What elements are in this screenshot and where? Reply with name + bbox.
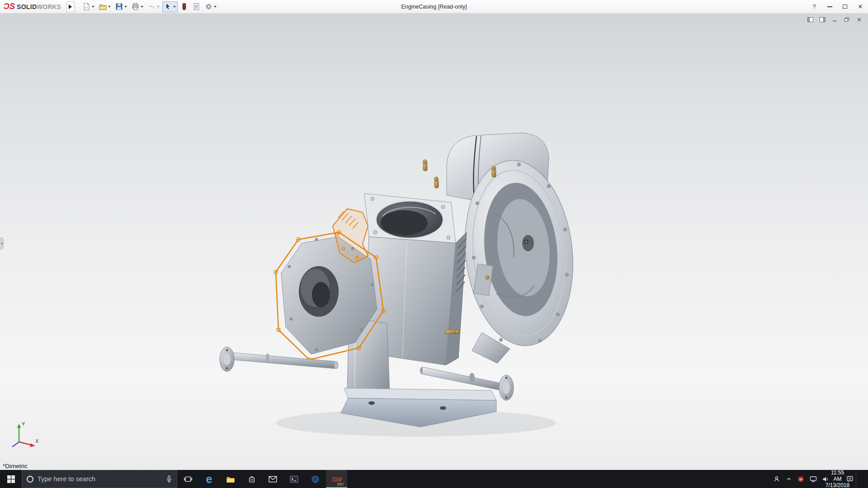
task-view-button[interactable]: [177, 470, 198, 488]
command-prompt-icon: [290, 475, 298, 483]
display-pane-left-icon: [807, 17, 813, 22]
file-properties-button[interactable]: [191, 1, 202, 12]
child-close-button[interactable]: [854, 16, 863, 23]
dropdown-caret-icon[interactable]: [92, 6, 94, 8]
graphics-viewport[interactable]: Y X *Dimetric: [0, 14, 868, 470]
child-restore-icon: [844, 17, 849, 22]
action-center-icon: [846, 475, 854, 483]
display-pane-right-button[interactable]: [818, 16, 827, 23]
undo-button[interactable]: [146, 1, 161, 12]
people-tray-button[interactable]: [770, 470, 783, 488]
dropdown-caret-icon[interactable]: [124, 6, 127, 8]
new-document-button[interactable]: [81, 1, 96, 12]
taskbar-mail-button[interactable]: [262, 470, 283, 488]
menu-flyout-button[interactable]: [66, 1, 75, 12]
solidworks-titlebar: ϽS SOLIDWORKS: [0, 0, 868, 14]
taskbar-search-box[interactable]: [22, 470, 177, 488]
select-tool-button[interactable]: [162, 1, 178, 12]
open-button[interactable]: [97, 1, 113, 12]
chevron-up-icon: [786, 476, 792, 482]
minimize-button[interactable]: [822, 0, 837, 13]
close-button[interactable]: ✕: [853, 0, 868, 13]
display-pane-right-icon: [820, 17, 826, 22]
clock-time: 11:55 AM: [831, 469, 844, 482]
windows-logo-icon: [7, 475, 15, 483]
store-bag-icon: [248, 475, 256, 483]
y-axis-label: Y: [22, 421, 25, 427]
taskbar-store-button[interactable]: [241, 470, 262, 488]
taskbar-edge-button[interactable]: e: [198, 470, 220, 488]
network-tray-button[interactable]: [807, 470, 819, 488]
windows-taskbar: e: [0, 470, 868, 488]
new-document-icon: [83, 3, 90, 10]
dropdown-caret-icon[interactable]: [157, 6, 160, 8]
orientation-triad: Y X: [5, 419, 43, 455]
help-icon: ?: [812, 3, 816, 10]
taskbar-terminal-button[interactable]: [283, 470, 305, 488]
display-pane-left-button[interactable]: [806, 16, 815, 23]
security-shield-icon: [797, 476, 804, 483]
cortana-icon: [27, 476, 33, 483]
base-hole: [368, 401, 375, 405]
child-restore-button[interactable]: [842, 16, 851, 23]
mail-envelope-icon: [269, 476, 277, 483]
dropdown-caret-icon[interactable]: [108, 6, 111, 8]
rebuild-traffic-light-icon: [180, 3, 188, 10]
document-title: EngineCasing [Read-only]: [401, 4, 467, 10]
knob: [525, 241, 527, 243]
file-properties-icon: [193, 3, 200, 10]
quick-access-toolbar: [81, 1, 218, 12]
panel-flyout-handle[interactable]: [0, 238, 4, 249]
solidworks-year-label: 2017: [337, 483, 344, 486]
print-icon: [132, 3, 139, 10]
edge-icon: e: [206, 474, 212, 485]
close-icon: ✕: [858, 3, 863, 10]
dropdown-caret-icon[interactable]: [214, 6, 217, 8]
system-tray: 11:55 AM 7/13/2018: [770, 470, 868, 488]
rebuild-button[interactable]: [179, 1, 190, 12]
search-input[interactable]: [38, 475, 162, 483]
flyout-handle-dot-icon: [1, 243, 3, 244]
dropdown-caret-icon[interactable]: [173, 6, 176, 8]
help-button[interactable]: ?: [807, 0, 822, 13]
z-axis-arrow-icon: [12, 442, 19, 447]
base-hole: [440, 406, 446, 410]
start-button[interactable]: [0, 470, 22, 488]
task-view-icon: [184, 476, 192, 483]
solidworks-logo: ϽS SOLIDWORKS: [0, 2, 66, 11]
show-hidden-icons-button[interactable]: [783, 470, 795, 488]
view-orientation-label: *Dimetric: [3, 463, 28, 469]
child-minimize-button[interactable]: [830, 16, 839, 23]
engine-casing-3d-model[interactable]: [0, 14, 868, 470]
document-window-controls: [806, 16, 863, 23]
taskbar-clock[interactable]: 11:55 AM 7/13/2018: [831, 470, 844, 488]
action-center-button[interactable]: [844, 470, 856, 488]
save-icon: [115, 3, 123, 10]
flyout-arrow-icon: [69, 5, 72, 9]
logo-text-solid: SOLID: [17, 3, 37, 10]
options-button[interactable]: [203, 1, 218, 12]
show-desktop-button[interactable]: [856, 470, 868, 488]
select-cursor-icon: [164, 3, 172, 10]
maximize-button[interactable]: [837, 0, 853, 13]
taskbar-spacer: [347, 470, 770, 488]
x-axis-label: X: [35, 438, 39, 444]
child-close-icon: [857, 17, 862, 22]
network-icon: [810, 476, 817, 483]
undo-icon: [148, 3, 156, 10]
taskbar-solidworks-button[interactable]: SW 2017: [326, 470, 347, 488]
cube-app-icon: [311, 475, 320, 483]
taskbar-cube-app-button[interactable]: [305, 470, 326, 488]
people-icon: [773, 475, 780, 483]
dropdown-caret-icon[interactable]: [141, 6, 143, 8]
security-tray-button[interactable]: [795, 470, 807, 488]
taskbar-file-explorer-button[interactable]: [220, 470, 241, 488]
save-button[interactable]: [113, 1, 129, 12]
print-button[interactable]: [130, 1, 145, 12]
minimize-icon: [827, 6, 832, 7]
open-folder-icon: [99, 3, 107, 10]
maximize-icon: [843, 5, 847, 9]
window-controls: ? ✕: [807, 0, 868, 13]
microphone-icon[interactable]: [166, 475, 172, 483]
screen: ϽS SOLIDWORKS: [0, 0, 868, 488]
